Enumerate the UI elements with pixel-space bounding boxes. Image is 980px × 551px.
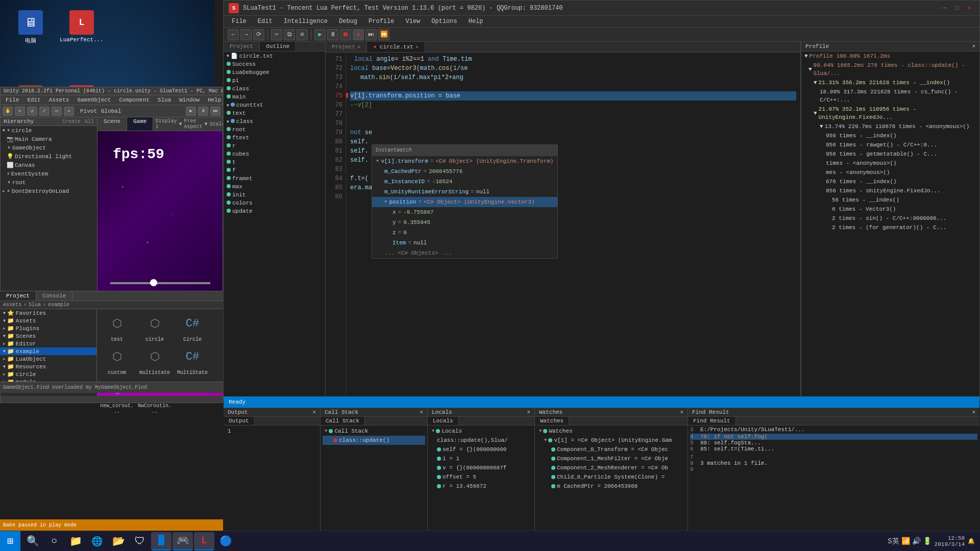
tb-forward[interactable]: → xyxy=(240,29,252,40)
outline-item-max[interactable]: max xyxy=(224,183,325,191)
output-tab[interactable]: Output xyxy=(224,417,255,425)
taskbar-explorer[interactable]: 📁 xyxy=(65,532,86,550)
assets-item-example[interactable]: ▼ 📁 example xyxy=(0,347,96,355)
tb-stop[interactable]: ⏹ xyxy=(340,29,351,40)
menu-file[interactable]: File xyxy=(228,17,251,26)
code-content[interactable]: local angle= i%2==1 and Time.tim local b… xyxy=(346,53,800,396)
taskbar-unity[interactable]: 🎮 xyxy=(173,532,193,550)
unity-move-tool[interactable]: ✛ xyxy=(15,107,25,116)
callstack-row-1[interactable]: class::update() xyxy=(323,436,425,445)
output-close[interactable]: × xyxy=(312,409,316,415)
taskbar-search[interactable]: 🔍 xyxy=(22,532,43,550)
menu-view[interactable]: View xyxy=(401,17,424,26)
assets-item-circle[interactable]: ▶ 📁 circle xyxy=(0,370,96,378)
watches-close[interactable]: × xyxy=(680,409,683,415)
unity-scale-tool[interactable]: ⤢ xyxy=(39,107,50,116)
asset-test[interactable]: ⬡ test xyxy=(99,311,135,342)
outline-item-counttxt[interactable]: ▼ counttxt xyxy=(224,101,325,109)
assets-item-root[interactable]: ▼ 📁 Assets xyxy=(0,317,96,324)
locals-tab[interactable]: Locals xyxy=(428,417,459,425)
locals-close[interactable]: × xyxy=(527,409,530,415)
editor-tab-circle[interactable]: ● circle.txt ✕ xyxy=(367,42,425,52)
outline-item-f[interactable]: f xyxy=(224,166,325,174)
outline-item-pi[interactable]: pi xyxy=(224,77,325,85)
tb-breakpoint[interactable]: ● xyxy=(353,29,364,40)
outline-item-colors[interactable]: colors xyxy=(224,199,325,207)
unity-rect-tool[interactable]: ▭ xyxy=(52,107,62,116)
outline-item-r[interactable]: r xyxy=(224,142,325,150)
menu-intelligence[interactable]: Intelligence xyxy=(280,17,332,26)
outline-item-cubes[interactable]: cubes xyxy=(224,150,325,158)
tray-volume[interactable]: 🔊 xyxy=(912,537,921,545)
asset-Circle[interactable]: C# Circle xyxy=(175,311,210,342)
unity-menu-edit[interactable]: Edit xyxy=(24,96,43,104)
maximize-button[interactable]: □ xyxy=(952,3,962,13)
find-result-close[interactable]: × xyxy=(972,409,975,415)
asset-multistate[interactable]: ⬡ multistate xyxy=(137,344,173,375)
outline-item-t[interactable]: t xyxy=(224,158,325,166)
tb-copy[interactable]: ⧉ xyxy=(284,29,295,40)
assets-item-scenes[interactable]: ▼ 📁 Scenes xyxy=(0,332,96,340)
outline-item-root[interactable]: root xyxy=(224,126,325,134)
profile-close[interactable]: × xyxy=(972,43,975,49)
assets-item-resources[interactable]: ▼ 📁 Resources xyxy=(0,363,96,370)
unity-menu-slua[interactable]: Slua xyxy=(155,96,174,104)
editor-tab-project[interactable]: Project ✕ xyxy=(326,42,367,52)
unity-pause-btn[interactable]: ⏸ xyxy=(198,107,208,116)
outline-item-LuaDebuggee[interactable]: LuaDebuggee xyxy=(224,68,325,77)
hierarchy-eventsystem[interactable]: ⚡ EventSystem xyxy=(1,169,97,178)
hierarchy-directional-light[interactable]: 💡 Directional light xyxy=(1,152,97,161)
assets-item-plugins[interactable]: ▶ 📁 Plugins xyxy=(0,324,96,332)
popup-row-4[interactable]: ▼ position = <C# Object> (UnityEngine.Ve… xyxy=(372,197,557,207)
unity-menu-component[interactable]: Component xyxy=(116,96,152,104)
project-tab[interactable]: Project xyxy=(0,291,36,300)
assets-item-editor[interactable]: ▶ 📁 Editor xyxy=(0,340,96,347)
notification-icon[interactable]: 🔔 xyxy=(968,538,975,544)
outline-item-text[interactable]: text xyxy=(224,109,325,117)
unity-menu-file[interactable]: File xyxy=(3,96,22,104)
unity-menu-help[interactable]: Help xyxy=(205,96,224,104)
unity-play-btn[interactable]: ▶ xyxy=(186,107,196,116)
create-label[interactable]: Create xyxy=(62,119,81,124)
hierarchy-root[interactable]: ⚬ root xyxy=(1,178,97,187)
tab-close-circle[interactable]: ✕ xyxy=(415,44,419,50)
unity-step-btn[interactable]: ⏭ xyxy=(210,107,220,116)
hierarchy-circle[interactable]: ▼ ⚬ circle xyxy=(1,126,97,135)
outline-item-update[interactable]: update xyxy=(224,207,325,215)
find-result-tab[interactable]: Find Result xyxy=(688,417,736,425)
taskbar-chrome[interactable]: 🌐 xyxy=(87,532,107,550)
tb-stepover[interactable]: ⏭ xyxy=(365,29,377,40)
hierarchy-dontdestroy[interactable]: ▶ ⚬ DontDestroyOnLoad xyxy=(1,187,97,195)
outline-item-main[interactable]: main xyxy=(224,93,325,101)
callstack-close[interactable]: × xyxy=(420,409,423,415)
find-result-row-1[interactable]: 4 79: if not self.fog( xyxy=(690,434,977,440)
desktop-icon-computer[interactable]: 🖥 电脑 xyxy=(10,10,51,44)
hierarchy-canvas[interactable]: ⬜ Canvas xyxy=(1,161,97,169)
outline-item-Success[interactable]: Success xyxy=(224,60,325,68)
menu-options[interactable]: Options xyxy=(427,17,461,26)
desktop-icon-luaperfect[interactable]: L LuaPerfect... xyxy=(61,10,102,44)
tray-battery[interactable]: 🔋 xyxy=(923,537,932,545)
taskbar-shield[interactable]: 🛡 xyxy=(130,532,150,550)
menu-edit[interactable]: Edit xyxy=(254,17,277,26)
tray-network[interactable]: 📶 xyxy=(901,537,910,545)
unity-menu-assets[interactable]: Assets xyxy=(46,96,72,104)
outline-item-framet[interactable]: framet xyxy=(224,174,325,183)
favorites-item[interactable]: ▼ ⭐ Favorites xyxy=(0,309,96,317)
tab-project[interactable]: Project xyxy=(224,42,260,51)
outline-item-class1[interactable]: class xyxy=(224,85,325,93)
taskbar-vscode[interactable]: █ xyxy=(151,532,172,550)
tb-cut[interactable]: ✂ xyxy=(271,29,282,40)
callstack-tab[interactable]: Call Stack xyxy=(321,417,365,425)
all-label[interactable]: All xyxy=(85,119,94,124)
outline-item-ftext[interactable]: ftext xyxy=(224,134,325,142)
unity-menu-window[interactable]: Window xyxy=(176,96,203,104)
watches-tab[interactable]: Watches xyxy=(535,417,569,425)
taskbar-cortana[interactable]: ○ xyxy=(44,532,64,550)
taskbar-extra[interactable]: 🔵 xyxy=(215,532,236,550)
console-tab[interactable]: Console xyxy=(36,291,72,300)
unity-menu-gameobject[interactable]: GameObject xyxy=(74,96,114,104)
assets-path-0[interactable]: Assets xyxy=(3,302,21,308)
asset-MultiState[interactable]: C# MultiState xyxy=(175,344,210,375)
tb-back[interactable]: ← xyxy=(228,29,239,40)
